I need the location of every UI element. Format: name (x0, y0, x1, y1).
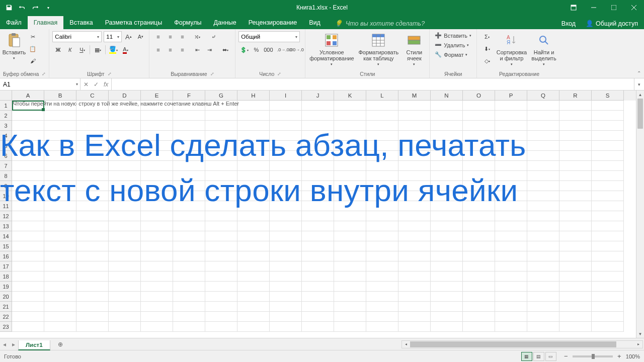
cell[interactable] (237, 292, 270, 302)
cell[interactable] (431, 322, 463, 332)
cell[interactable] (205, 241, 237, 251)
cell-styles-button[interactable]: Стили ячеек▾ (402, 31, 426, 67)
cell[interactable] (109, 282, 141, 292)
wrap-text-button[interactable]: ⤶ (207, 31, 220, 42)
cell[interactable] (559, 241, 592, 251)
cell[interactable] (44, 241, 76, 251)
cell[interactable] (431, 111, 463, 121)
cell[interactable] (592, 151, 624, 161)
cell[interactable] (495, 101, 527, 111)
cell[interactable] (237, 261, 270, 272)
cell[interactable] (270, 101, 302, 111)
cell[interactable] (109, 292, 141, 302)
cell[interactable] (495, 221, 527, 231)
column-header[interactable]: D (109, 90, 141, 101)
cell[interactable] (109, 312, 141, 322)
cell[interactable] (302, 221, 334, 231)
alignment-launcher[interactable]: ⤢ (210, 71, 214, 76)
cell[interactable] (302, 101, 334, 111)
cell[interactable] (527, 312, 559, 322)
cell[interactable] (398, 322, 431, 332)
cell[interactable] (237, 312, 270, 322)
number-launcher[interactable]: ⤢ (277, 71, 281, 76)
cell[interactable] (76, 111, 109, 121)
cell[interactable] (44, 111, 76, 121)
cell[interactable] (592, 111, 624, 121)
cell[interactable] (109, 272, 141, 282)
row-header[interactable]: 1 (0, 101, 12, 111)
cell[interactable] (141, 322, 173, 332)
cell[interactable] (592, 101, 624, 111)
cell[interactable] (237, 101, 270, 111)
cell[interactable] (527, 272, 559, 282)
cell[interactable] (141, 101, 173, 111)
cell[interactable] (12, 302, 44, 312)
accounting-format-button[interactable]: 💲▾ (238, 44, 250, 55)
cell[interactable] (495, 312, 527, 322)
cell[interactable] (141, 231, 173, 241)
cell[interactable] (559, 322, 592, 332)
cell[interactable] (527, 101, 559, 111)
cell[interactable] (205, 292, 237, 302)
cell[interactable] (495, 241, 527, 251)
align-middle-button[interactable]: ≡ (165, 31, 176, 42)
tell-me-search[interactable]: 💡 Что вы хотите сделать? (331, 18, 429, 29)
row-header[interactable]: 20 (0, 292, 12, 302)
enter-formula-button[interactable]: ✓ (94, 81, 99, 88)
cell[interactable] (302, 282, 334, 292)
cell[interactable] (592, 191, 624, 201)
cell[interactable] (141, 272, 173, 282)
decrease-decimal-button[interactable]: .00→.0 (291, 44, 302, 55)
align-bottom-button[interactable]: ≡ (177, 31, 188, 42)
cell[interactable] (527, 111, 559, 121)
cell[interactable] (109, 241, 141, 251)
cell[interactable] (270, 251, 302, 261)
decrease-font-button[interactable]: A▾ (135, 31, 146, 42)
row-header[interactable]: 13 (0, 221, 12, 231)
cell[interactable] (44, 261, 76, 272)
cell[interactable] (334, 231, 366, 241)
italic-button[interactable]: К (64, 44, 75, 55)
cell[interactable] (76, 282, 109, 292)
cell[interactable] (302, 261, 334, 272)
cell[interactable] (109, 221, 141, 231)
cell[interactable] (398, 111, 431, 121)
new-sheet-button[interactable]: ⊕ (54, 338, 66, 350)
format-cells-button[interactable]: 🔧Формат▾ (433, 50, 469, 59)
cell[interactable] (12, 282, 44, 292)
cell[interactable] (592, 312, 624, 322)
row-header[interactable]: 21 (0, 302, 12, 312)
cell[interactable] (173, 272, 205, 282)
borders-button[interactable]: ▦▾ (92, 44, 103, 55)
share-button[interactable]: 👤 Общий доступ (582, 18, 642, 29)
cell[interactable] (334, 272, 366, 282)
cell[interactable] (398, 241, 431, 251)
cell[interactable] (559, 221, 592, 231)
cell[interactable] (592, 272, 624, 282)
font-launcher[interactable]: ⤢ (108, 71, 112, 76)
cell[interactable] (205, 221, 237, 231)
column-header[interactable]: H (237, 90, 270, 101)
cell[interactable] (205, 282, 237, 292)
cell[interactable] (559, 101, 592, 111)
cell[interactable] (205, 322, 237, 332)
cell[interactable] (44, 282, 76, 292)
insert-cells-button[interactable]: ➕Вставить▾ (433, 31, 473, 40)
column-header[interactable]: B (44, 90, 76, 101)
cell[interactable] (495, 251, 527, 261)
cell[interactable] (495, 292, 527, 302)
cell[interactable] (592, 261, 624, 272)
align-center-button[interactable]: ≡ (165, 44, 176, 55)
cell[interactable] (527, 282, 559, 292)
cell[interactable] (463, 241, 495, 251)
column-header[interactable]: I (270, 90, 302, 101)
cell[interactable] (592, 241, 624, 251)
underline-button[interactable]: Ч▾ (76, 44, 88, 55)
column-header[interactable]: L (366, 90, 398, 101)
cell[interactable] (44, 221, 76, 231)
cell[interactable] (12, 292, 44, 302)
cell[interactable] (366, 322, 398, 332)
formula-input[interactable] (112, 78, 634, 90)
cell[interactable] (237, 241, 270, 251)
cell[interactable] (366, 302, 398, 312)
